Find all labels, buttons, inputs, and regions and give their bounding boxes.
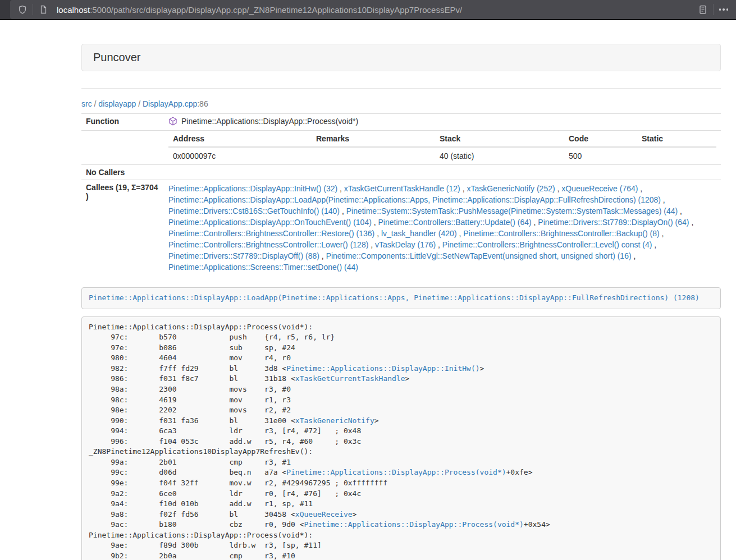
callee-link[interactable]: Pinetime::Applications::Screens::Timer::… (168, 263, 358, 272)
disassembly-symbol-link[interactable]: xTaskGetCurrentTaskHandle (295, 374, 405, 383)
callers-label: No Callers (81, 165, 164, 180)
callee-link[interactable]: Pinetime::Controllers::BrightnessControl… (168, 240, 368, 249)
callee-link[interactable]: Pinetime::Applications::DisplayApp::Load… (168, 195, 661, 204)
remarks-value (312, 147, 435, 164)
toolbar-separator (33, 4, 33, 15)
disassembly-listing: Pinetime::Applications::DisplayApp::Proc… (81, 316, 721, 560)
callee-separator: , (652, 240, 656, 249)
address-value: 0x0000097c (168, 147, 312, 164)
page-icon[interactable] (35, 2, 51, 17)
breadcrumb-link[interactable]: displayapp (98, 99, 136, 108)
callee-link[interactable]: Pinetime::Controllers::BrightnessControl… (463, 229, 659, 238)
page-content: Puncover src / displayapp / DisplayApp.c… (81, 44, 721, 560)
callee-separator: , (555, 184, 562, 193)
disassembly-symbol-link[interactable]: Pinetime::Applications::DisplayApp::Init… (286, 364, 479, 373)
callee-separator: , (319, 251, 326, 260)
highlighted-callee-link[interactable]: Pinetime::Applications::DisplayApp::Load… (89, 293, 700, 302)
callee-separator: , (532, 218, 538, 227)
callees-label: Callees (19, Σ=3704 ) (81, 180, 164, 276)
callee-link[interactable]: Pinetime::Controllers::BrightnessControl… (168, 229, 374, 238)
column-header-address: Address (168, 131, 312, 147)
callee-separator: , (678, 206, 682, 215)
reader-mode-icon[interactable] (695, 2, 711, 17)
page-title: Puncover (93, 51, 141, 63)
callee-link[interactable]: vTaskDelay (176) (375, 240, 436, 249)
callee-link[interactable]: Pinetime::System::SystemTask::PushMessag… (346, 206, 678, 215)
static-value (637, 147, 716, 164)
callee-link[interactable]: Pinetime::Controllers::BrightnessControl… (442, 240, 652, 249)
disassembly-symbol-link[interactable]: Pinetime::Applications::DisplayApp::Proc… (304, 520, 524, 529)
function-signature: Pinetime::Applications::DisplayApp::Proc… (181, 117, 358, 126)
column-header-remarks: Remarks (312, 131, 435, 147)
callee-separator: , (374, 229, 381, 238)
function-label: Function (81, 114, 164, 131)
callee-link[interactable]: Pinetime::Drivers::St7789::DisplayOn() (… (538, 218, 689, 227)
callee-separator: , (372, 218, 378, 227)
callee-link[interactable]: Pinetime::Components::LittleVgl::SetNewT… (326, 251, 632, 260)
stack-value: 40 (static) (435, 147, 564, 164)
callee-separator: , (689, 218, 694, 227)
column-header-stack: Stack (435, 131, 564, 147)
callee-link[interactable]: Pinetime::Applications::DisplayApp::OnTo… (168, 218, 372, 227)
cube-icon (168, 117, 177, 127)
browser-toolbar: localhost:5000/path/src/displayapp/Displ… (0, 0, 736, 20)
column-header-code: Code (564, 131, 637, 147)
callee-link[interactable]: Pinetime::Applications::DisplayApp::Init… (168, 184, 337, 193)
url-text[interactable]: localhost:5000/path/src/displayapp/Displ… (57, 5, 695, 15)
disassembly-symbol-link[interactable]: xQueueReceive (295, 510, 353, 518)
breadcrumb-separator: / (136, 99, 143, 108)
callee-separator: , (436, 240, 442, 249)
callee-link[interactable]: xTaskGetCurrentTaskHandle (12) (344, 184, 460, 193)
callee-link[interactable]: Pinetime::Controllers::Battery::Update()… (378, 218, 532, 227)
toolbar-separator (713, 4, 714, 15)
shield-icon[interactable] (15, 2, 30, 17)
callee-separator: , (660, 229, 664, 238)
callee-separator: , (632, 251, 636, 260)
callee-link[interactable]: Pinetime::Drivers::Cst816S::GetTouchInfo… (168, 206, 340, 215)
breadcrumb-link[interactable]: src (81, 99, 92, 108)
metrics-table: Address Remarks Stack Code Static 0x0000… (168, 131, 716, 164)
callee-separator: , (460, 184, 467, 193)
url-host: localhost (57, 5, 90, 15)
callee-link[interactable]: lv_task_handler (420) (381, 229, 457, 238)
callee-link[interactable]: xTaskGenericNotify (252) (467, 184, 555, 193)
url-path: :5000/path/src/displayapp/DisplayApp.cpp… (90, 5, 462, 15)
url-bar[interactable]: localhost:5000/path/src/displayapp/Displ… (10, 0, 736, 19)
divider (81, 88, 721, 89)
callees-list: Pinetime::Applications::DisplayApp::Init… (164, 180, 721, 276)
highlighted-callee-box: Pinetime::Applications::DisplayApp::Load… (81, 287, 721, 309)
callee-separator: , (340, 206, 346, 215)
callee-separator: , (661, 195, 665, 204)
callees-row: Callees (19, Σ=3704 ) Pinetime::Applicat… (81, 180, 721, 276)
callee-link[interactable]: xQueueReceive (764) (561, 184, 638, 193)
function-row: Function Pinetime::Applications::Display… (81, 114, 721, 131)
breadcrumb-line-number: :86 (197, 99, 208, 108)
callee-separator: , (638, 184, 642, 193)
callee-separator: , (337, 184, 344, 193)
callee-separator: , (457, 229, 464, 238)
breadcrumb-separator: / (92, 99, 99, 108)
app-title-panel: Puncover (81, 44, 721, 71)
function-detail-table: Function Pinetime::Applications::Display… (81, 113, 721, 276)
disassembly-symbol-link[interactable]: xTaskGenericNotify (295, 416, 374, 425)
disassembly-symbol-link[interactable]: Pinetime::Applications::DisplayApp::Proc… (286, 468, 506, 476)
metrics-value-row: 0x0000097c 40 (static) 500 (168, 147, 716, 164)
callers-row: No Callers (81, 165, 721, 180)
more-icon[interactable] (716, 2, 732, 17)
column-header-static: Static (637, 131, 716, 147)
callee-separator: , (368, 240, 375, 249)
callee-link[interactable]: Pinetime::Drivers::St7789::DisplayOff() … (168, 251, 319, 260)
breadcrumb-link[interactable]: DisplayApp.cpp (143, 99, 197, 108)
breadcrumb: src / displayapp / DisplayApp.cpp:86 (81, 99, 721, 108)
metrics-row: Address Remarks Stack Code Static 0x0000… (81, 131, 721, 165)
code-size-value: 500 (564, 147, 637, 164)
